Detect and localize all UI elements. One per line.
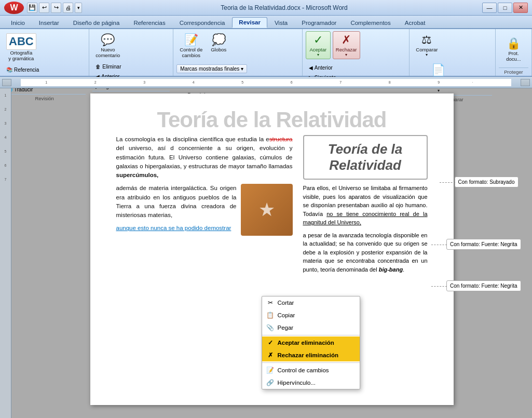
accept-label: Aceptar [309, 47, 326, 52]
proteger-group-content: 🔒 Prot.docu... [500, 31, 527, 68]
tab-correspondencia[interactable]: Correspondencia [173, 18, 232, 28]
annotation-negrita-2: Con formato: Fuente: Negrita [446, 280, 521, 291]
tab-vista[interactable]: Vista [268, 18, 294, 28]
ctx-separator-1 [262, 335, 360, 335]
track-changes-label: Control decambios [180, 47, 202, 58]
tab-diseno[interactable]: Diseño de página [66, 18, 127, 28]
cambios-group-content: ✓ Aceptar ▾ ✗ Rechazar ▾ ◀Anterior ▶Sigu… [306, 31, 406, 82]
compare-label: Comparar [416, 47, 438, 52]
hyperlink-icon: 🔗 [266, 379, 275, 387]
tab-revisar[interactable]: Revisar [232, 17, 267, 28]
tab-acrobat[interactable]: Acrobat [398, 18, 432, 28]
redo-quick-btn[interactable]: ↪ [51, 3, 61, 13]
undo-quick-btn[interactable]: ↩ [39, 3, 49, 13]
prev-change-button[interactable]: ◀Anterior [306, 63, 352, 72]
accept-dropdown-arrow: ▾ [317, 52, 319, 57]
proteger-group-label: Proteger [499, 68, 528, 75]
ctx-cut[interactable]: ✂ Cortar [262, 296, 360, 309]
ctx-track-changes[interactable]: 📝 Control de cambios [262, 364, 360, 376]
reference-button[interactable]: 📚Referencia [3, 65, 50, 74]
new-comment-label: Nuevocomentario [96, 47, 120, 58]
copy-icon: 📋 [266, 311, 275, 319]
delete-comment-button[interactable]: 🗑Eliminar [92, 62, 139, 71]
ribbon-group-comparar: ⚖ Comparar ▾ 📄 Mostrar documentosde orig… [410, 29, 496, 76]
balloons-button[interactable]: 💭 Globos [208, 31, 229, 55]
doc-right-text: Para ellos, el Universo se limitaba al f… [303, 184, 428, 274]
doc-image-placeholder: ★ [241, 184, 293, 236]
ribbon-group-proteger: 🔒 Prot.docu... Proteger [496, 29, 532, 76]
ribbon-group-seguimiento: 📝 Control decambios 💭 Globos Marcas most… [173, 29, 303, 76]
title-bar: W 💾 ↩ ↪ 🖨 ▾ Teoria de la Relatividad.doc… [0, 0, 532, 16]
annotation-underline: Con formato: Subrayado [455, 177, 519, 187]
ctx-accept-deletion[interactable]: ✓ Aceptar eliminación [262, 336, 360, 349]
vertical-ruler: 1 2 3 4 5 6 7 [0, 88, 11, 418]
ctx-separator-2 [262, 362, 360, 363]
spellcheck-label: Ortografíay gramática [8, 50, 34, 61]
close-button[interactable]: ✕ [513, 3, 528, 13]
annotation-negrita-1: Con formato: Fuente: Negrita [446, 239, 521, 250]
protect-doc-icon: 🔒 [507, 37, 521, 50]
ruler-left-margin [2, 79, 11, 86]
compare-button[interactable]: ⚖ Comparar ▾ [413, 31, 441, 59]
protect-doc-button[interactable]: 🔒 Prot.docu... [500, 35, 527, 64]
protect-doc-label: Prot.docu... [506, 50, 521, 62]
new-comment-icon: 💬 [101, 33, 115, 47]
window-title: Teoria de la Relatividad.docx - Microsof… [86, 4, 482, 11]
ctx-paste[interactable]: 📎 Pegar [262, 321, 360, 334]
compare-icon: ⚖ [421, 33, 432, 47]
reject-button[interactable]: ✗ Rechazar ▾ [333, 31, 360, 59]
maximize-button[interactable]: □ [498, 3, 512, 13]
balloons-label: Globos [211, 47, 226, 52]
reject-deletion-icon: ✗ [266, 351, 275, 359]
ribbon-group-revision: ABC Ortografíay gramática 📚Referencia 📖S… [0, 29, 89, 76]
context-menu: ✂ Cortar 📋 Copiar 📎 Pegar ✓ Aceptar elim… [262, 296, 360, 389]
ribbon-group-comentarios: 💬 Nuevocomentario 🗑Eliminar ◀Anterior ▶S… [89, 29, 173, 76]
strikethrough-text: structura [269, 136, 293, 142]
underline-text: no se tiene conocimiento real de la magn… [303, 211, 428, 226]
dropdown-quick-btn[interactable]: ▾ [75, 3, 82, 13]
document-area: 1 2 3 4 5 6 7 Teoría de la Relatividad L… [0, 88, 532, 418]
save-quick-btn[interactable]: 💾 [27, 3, 37, 13]
track-changes-button[interactable]: 📝 Control decambios [176, 31, 206, 60]
new-comment-button[interactable]: 💬 Nuevocomentario [92, 31, 123, 60]
balloons-icon: 💭 [212, 33, 226, 47]
marks-dropdown[interactable]: Marcas mostradas finales▾ [176, 64, 247, 73]
word-logo: W [10, 3, 18, 12]
track-changes-icon: 📝 [184, 33, 198, 47]
tab-insertar[interactable]: Insertar [32, 18, 66, 28]
bigbang-text: big-bang [379, 266, 403, 273]
show-source-icon: 📄 [431, 63, 445, 77]
minimize-button[interactable]: — [482, 3, 497, 13]
title-watermark: Teoría de la Relatividad [116, 109, 428, 131]
accept-icon: ✓ [313, 33, 323, 47]
paste-icon: 📎 [266, 323, 275, 332]
tab-inicio[interactable]: Inicio [4, 18, 32, 28]
ctx-track-changes-icon: 📝 [266, 366, 275, 374]
ribbon-group-cambios: ✓ Aceptar ▾ ✗ Rechazar ▾ ◀Anterior ▶Sigu… [303, 29, 410, 76]
print-quick-btn[interactable]: 🖨 [63, 3, 73, 13]
box-title: Teoría de laRelatividad [309, 141, 421, 173]
page-wrapper: Teoría de la Relatividad La cosmología e… [11, 88, 532, 418]
accept-button[interactable]: ✓ Aceptar ▾ [306, 31, 331, 59]
accept-deletion-icon: ✓ [266, 339, 275, 347]
quick-access-toolbar: 💾 ↩ ↪ 🖨 ▾ [27, 3, 82, 13]
office-button[interactable]: W [4, 2, 24, 14]
supercumulos-text: supercúmulos, [116, 172, 159, 178]
ctx-hyperlink[interactable]: 🔗 Hipervínculo... [262, 376, 360, 389]
window-controls: — □ ✕ [482, 3, 528, 13]
reject-dropdown-arrow: ▾ [345, 52, 347, 57]
spellcheck-icon: ABC [6, 33, 36, 50]
reject-label: Rechazar [336, 47, 357, 52]
document-page: Teoría de la Relatividad La cosmología e… [90, 93, 454, 405]
spellcheck-button[interactable]: ABC Ortografíay gramática [3, 31, 39, 63]
tab-programador[interactable]: Programador [295, 18, 343, 28]
tab-referencias[interactable]: Referencias [127, 18, 172, 28]
reject-icon: ✗ [342, 33, 351, 47]
ribbon-tab-bar: Inicio Insertar Diseño de página Referen… [0, 16, 532, 29]
ctx-copy[interactable]: 📋 Copiar [262, 309, 360, 321]
ctx-reject-deletion[interactable]: ✗ Rechazar eliminación [262, 349, 360, 361]
ribbon: ABC Ortografíay gramática 📚Referencia 📖S… [0, 29, 532, 77]
doc-layout: La cosmología es la disciplina científic… [116, 135, 428, 274]
doc-left-column: La cosmología es la disciplina científic… [116, 135, 293, 274]
tab-complementos[interactable]: Complementos [344, 18, 397, 28]
